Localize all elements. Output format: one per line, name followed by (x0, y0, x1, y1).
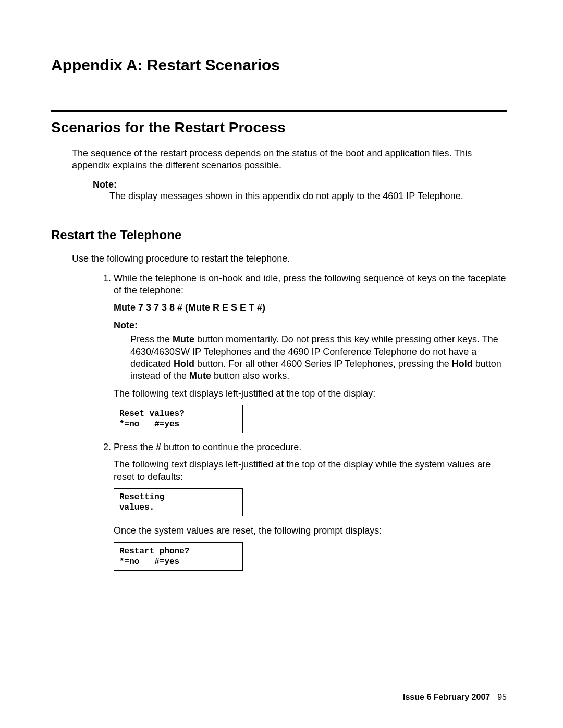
step-1-after-note: The following text displays left-justifi… (114, 388, 507, 400)
key-sequence: Mute 7 3 7 3 8 # (Mute R E S E T #) (114, 302, 507, 314)
step-2-text-post: button to continue the procedure. (161, 442, 301, 452)
section-rule (51, 110, 507, 112)
step-2-after-2: Once the system values are reset, the fo… (114, 525, 507, 537)
inner-note-label: Note: (114, 319, 507, 331)
procedure-list: While the telephone is on-hook and idle,… (93, 273, 507, 571)
note-text: button also works. (211, 371, 289, 381)
step-2-text-pre: Press the (114, 442, 156, 452)
section-body: The sequence of the restart process depe… (72, 147, 507, 202)
bold-hold: Hold (452, 359, 473, 369)
page-footer: Issue 6 February 200795 (403, 693, 507, 702)
subsection-rule (51, 220, 291, 220)
display-box-restart-phone: Restart phone? *=no #=yes (114, 542, 243, 571)
bold-hash: # (156, 442, 161, 452)
display-box-resetting: Resetting values. (114, 488, 243, 516)
appendix-title: Appendix A: Restart Scenarios (51, 56, 507, 74)
document-page: Appendix A: Restart Scenarios Scenarios … (0, 0, 563, 728)
subsection-body: Use the following procedure to restart t… (72, 253, 507, 570)
section-intro: The sequence of the restart process depe… (72, 147, 507, 172)
note-text: Press the (130, 334, 173, 344)
note-label: Note: (93, 179, 507, 190)
step-1: While the telephone is on-hook and idle,… (114, 273, 507, 434)
step-1-text: While the telephone is on-hook and idle,… (114, 273, 506, 295)
step-2: Press the # button to continue the proce… (114, 441, 507, 571)
bold-mute: Mute (173, 334, 194, 344)
bold-mute: Mute (189, 371, 211, 381)
footer-page-number: 95 (497, 693, 507, 701)
footer-issue: Issue 6 February 2007 (403, 693, 490, 701)
subsection-heading: Restart the Telephone (51, 228, 507, 242)
inner-note-body: Press the Mute button momentarily. Do no… (130, 334, 507, 382)
note-body: The display messages shown in this appen… (109, 190, 507, 202)
step-2-after-1: The following text displays left-justifi… (114, 459, 507, 483)
section-heading: Scenarios for the Restart Process (51, 119, 507, 136)
subsection-intro: Use the following procedure to restart t… (72, 253, 507, 265)
bold-hold: Hold (174, 359, 194, 369)
display-box-reset-values: Reset values? *=no #=yes (114, 405, 243, 433)
note-text: button. For all other 4600 Series IP Tel… (194, 359, 452, 369)
